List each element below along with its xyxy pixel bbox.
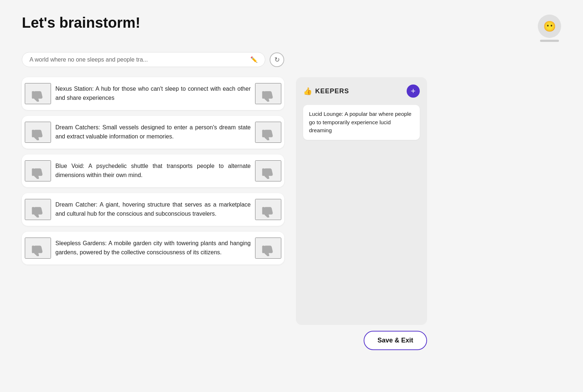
avatar-face: 😶: [538, 15, 561, 38]
thumbs-up-button[interactable]: [255, 122, 281, 143]
edit-icon[interactable]: ✏️: [250, 56, 258, 63]
thumbs-down-button[interactable]: [25, 199, 51, 220]
thumbs-down-button[interactable]: [25, 238, 51, 259]
idea-text: Blue Void: A psychedelic shuttle that tr…: [51, 160, 255, 181]
search-box[interactable]: A world where no one sleeps and people t…: [22, 52, 265, 67]
keeper-card: Lucid Lounge: A popular bar where people…: [303, 105, 420, 140]
avatar: 😶: [538, 15, 561, 42]
keeper-items: Lucid Lounge: A popular bar where people…: [303, 105, 420, 140]
idea-card: Blue Void: A psychedelic shuttle that tr…: [22, 154, 284, 187]
keepers-header: 👍 KEEPERS +: [303, 85, 420, 98]
idea-text: Sleepless Gardens: A mobile garden city …: [51, 238, 255, 259]
svg-rect-2: [32, 130, 35, 137]
keepers-thumbs-icon: 👍: [303, 87, 312, 95]
keepers-title-group: 👍 KEEPERS: [303, 87, 349, 95]
thumbs-down-button[interactable]: [25, 160, 51, 181]
idea-card: Dream Catcher: A giant, hovering structu…: [22, 193, 284, 226]
avatar-bar: [540, 40, 559, 42]
idea-card: Sleepless Gardens: A mobile garden city …: [22, 232, 284, 264]
search-row: A world where no one sleeps and people t…: [22, 52, 284, 67]
main-content: Nexus Station: A hub for those who can't…: [22, 77, 561, 350]
svg-rect-1: [262, 91, 265, 99]
page-title: Let's brainstorm!: [22, 15, 140, 31]
idea-text: Dream Catcher: A giant, hovering structu…: [51, 199, 255, 220]
thumbs-up-button[interactable]: [255, 160, 281, 181]
save-exit-button[interactable]: Save & Exit: [364, 331, 427, 350]
idea-card: Dream Catchers: Small vessels designed t…: [22, 116, 284, 149]
svg-rect-5: [262, 168, 265, 176]
thumbs-up-button[interactable]: [255, 199, 281, 220]
svg-rect-9: [262, 246, 265, 253]
thumbs-up-button[interactable]: [255, 238, 281, 259]
search-text: A world where no one sleeps and people t…: [30, 56, 247, 63]
idea-text: Dream Catchers: Small vessels designed t…: [51, 122, 255, 143]
keepers-panel: 👍 KEEPERS + Lucid Lounge: A popular bar …: [296, 77, 427, 325]
svg-rect-4: [32, 168, 35, 176]
idea-text: Nexus Station: A hub for those who can't…: [51, 83, 255, 104]
ideas-column: Nexus Station: A hub for those who can't…: [22, 77, 284, 350]
thumbs-down-button[interactable]: [25, 83, 51, 104]
keepers-title: KEEPERS: [315, 87, 349, 95]
refresh-button[interactable]: ↻: [270, 52, 284, 67]
svg-rect-8: [32, 246, 35, 253]
thumbs-down-button[interactable]: [25, 122, 51, 143]
svg-rect-6: [32, 207, 35, 215]
idea-card: Nexus Station: A hub for those who can't…: [22, 77, 284, 110]
keepers-column: 👍 KEEPERS + Lucid Lounge: A popular bar …: [296, 77, 427, 350]
svg-rect-7: [262, 207, 265, 215]
add-keeper-button[interactable]: +: [407, 85, 420, 98]
svg-rect-3: [262, 130, 265, 137]
thumbs-up-button[interactable]: [255, 83, 281, 104]
svg-rect-0: [32, 91, 35, 99]
